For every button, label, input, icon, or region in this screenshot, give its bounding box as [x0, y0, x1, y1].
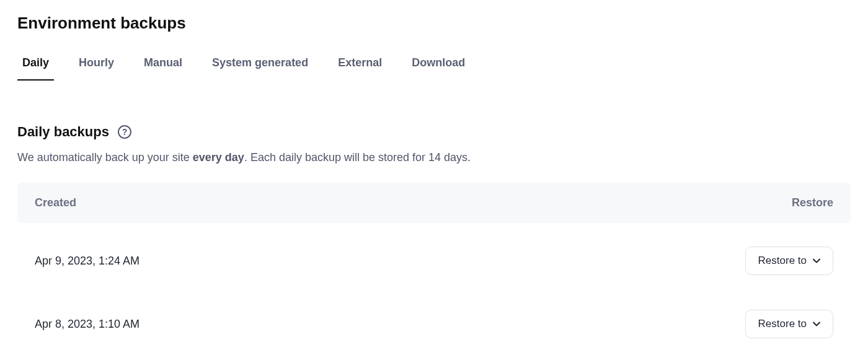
- tab-download[interactable]: Download: [412, 56, 465, 81]
- tab-daily[interactable]: Daily: [22, 56, 49, 81]
- tab-manual[interactable]: Manual: [144, 56, 182, 81]
- tab-hourly[interactable]: Hourly: [79, 56, 114, 81]
- section-title: Daily backups: [17, 124, 109, 140]
- tab-system-generated[interactable]: System generated: [212, 56, 308, 81]
- page-title: Environment backups: [17, 14, 851, 33]
- chevron-down-icon: [813, 322, 820, 326]
- restore-label: Restore to: [758, 255, 807, 267]
- desc-post: . Each daily backup will be stored for 1…: [244, 151, 471, 164]
- desc-strong: every day: [193, 151, 244, 164]
- table-row: Apr 9, 2023, 1:24 AM Restore to: [17, 229, 851, 292]
- cell-created: Apr 8, 2023, 1:10 AM: [35, 318, 140, 331]
- desc-pre: We automatically back up your site: [17, 151, 193, 164]
- section-header: Daily backups ?: [17, 124, 851, 140]
- restore-to-button[interactable]: Restore to: [745, 247, 833, 275]
- cell-created: Apr 9, 2023, 1:24 AM: [35, 255, 140, 268]
- section-description: We automatically back up your site every…: [17, 151, 851, 164]
- tabs: Daily Hourly Manual System generated Ext…: [17, 56, 851, 81]
- help-icon[interactable]: ?: [118, 125, 131, 139]
- table-row: Apr 8, 2023, 1:10 AM Restore to: [17, 292, 851, 350]
- tab-external[interactable]: External: [338, 56, 382, 81]
- restore-label: Restore to: [758, 318, 807, 330]
- col-header-restore: Restore: [792, 196, 833, 209]
- chevron-down-icon: [813, 258, 820, 263]
- restore-to-button[interactable]: Restore to: [745, 310, 833, 338]
- col-header-created: Created: [35, 196, 76, 209]
- table-header-row: Created Restore: [17, 183, 851, 223]
